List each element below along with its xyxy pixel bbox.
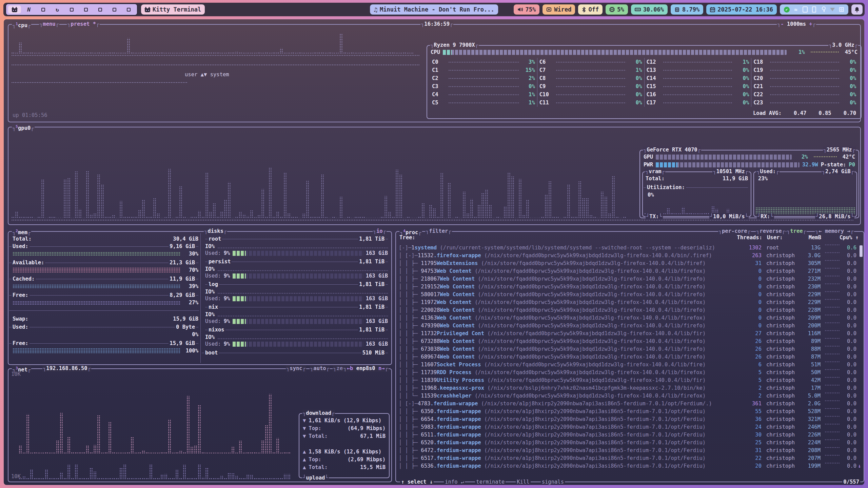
proc-scrollbar[interactable]: [860, 245, 863, 257]
swap-free-row: Free:15,9 GiB: [9, 340, 198, 347]
media-player-pill[interactable]: ♫ Minuit Machine - Don't Run Fro...: [370, 4, 498, 15]
core-row: C90%: [539, 82, 642, 90]
process-row[interactable]: │ │ ├─ 11968.keepassxc-prox (/nix/store/…: [398, 384, 859, 392]
process-row[interactable]: │ │ ├─ 6472.ferdium-wrappe (/nix/store/a…: [398, 447, 859, 454]
process-row[interactable]: │ │ ├─ 11607Socket Process (/nix/store/f…: [398, 361, 859, 369]
process-row[interactable]: │ │ ├─ 11795WebExtensions (/nix/store/fq…: [398, 260, 859, 267]
uptime-label: up 01:05:56: [13, 112, 47, 118]
workspace-button[interactable]: [94, 5, 106, 14]
proc-tree-toggle[interactable]: tree: [786, 228, 807, 235]
process-row[interactable]: │ │ ├─ 94753Web Content (/nix/store/fqad…: [398, 267, 859, 275]
proc-sort-selector[interactable]: ← memory →: [815, 228, 854, 235]
process-row[interactable]: │ │ ├─ 673038Web Content (/nix/store/fqa…: [398, 345, 859, 353]
select-control[interactable]: ↑ select ↓: [400, 479, 434, 485]
disks-io-toggle[interactable]: io: [373, 228, 387, 235]
tray-icon[interactable]: [839, 6, 845, 13]
process-row[interactable]: │ │ ├─ 6536.ferdium-wrappe (/nix/store/a…: [398, 462, 859, 470]
process-row[interactable]: │ │ ├─ 479390Web Content (/nix/store/fqa…: [398, 322, 859, 330]
download-top-row: ▼Top:(64,9 Mibps): [303, 424, 386, 432]
process-row[interactable]: [-]─1systemd (/run/current-system/system…: [398, 244, 859, 252]
workspace-button[interactable]: [108, 5, 121, 14]
process-row[interactable]: │ │ ├─ 11732Privileged Cont (/nix/store/…: [398, 330, 859, 338]
proc-reverse-toggle[interactable]: reverse: [756, 228, 786, 235]
process-row[interactable]: │ [-]─4783.ferdium-wrappe (/nix/store/a1…: [398, 400, 859, 408]
tray-icon[interactable]: [802, 6, 808, 13]
swap-divider: [9, 310, 199, 311]
workspace-button[interactable]: [8, 5, 21, 14]
cpu-usage-pill[interactable]: 5%: [606, 4, 628, 15]
bluetooth-pill[interactable]: Off: [578, 4, 603, 15]
cpu-preset-button[interactable]: preset *: [67, 21, 100, 27]
core-row: C130%: [647, 66, 749, 74]
process-row[interactable]: │ │ ├─ 219152Web Content (/nix/store/fqa…: [398, 283, 859, 291]
process-row[interactable]: │ │ ├─ 580017Web Content (/nix/store/fqa…: [398, 291, 859, 299]
rx-value: 26,8 MiB/s: [815, 213, 854, 220]
system-tray[interactable]: [780, 4, 848, 15]
proc-column-headers[interactable]: Tree: Threads: User: MemB Cpu% ↑: [399, 235, 861, 242]
terminate-control[interactable]: terminate: [475, 479, 506, 485]
proc-position: 0/557: [842, 479, 860, 485]
process-row[interactable]: │ │ ├─ 6517.ferdium-wrappe (/nix/store/a…: [398, 454, 859, 462]
proc-filter-button[interactable]: filter: [425, 228, 452, 235]
volume-pill[interactable]: 75%: [514, 4, 540, 15]
clock-pill[interactable]: 2025-07-22 16:36: [706, 4, 777, 15]
process-row[interactable]: │ │ └─ 11539crashhelper (/nix/store/fqad…: [398, 392, 859, 400]
core-row: C22%: [432, 74, 535, 82]
info-control[interactable]: info ↵: [444, 479, 465, 485]
gpu-history-graph: [11, 136, 637, 218]
net-iface-switcher[interactable]: ←b enp8s0 n→: [343, 365, 389, 372]
cpu-box-title: 1cpu: [12, 21, 31, 27]
process-row[interactable]: │ │ ├─ 11839Utility Process (/nix/store/…: [398, 377, 859, 384]
window-title-button[interactable]: Kitty Terminal: [141, 4, 205, 15]
process-row[interactable]: │ │ ├─ 6511.ferdium-wrappe (/nix/store/a…: [398, 431, 859, 439]
process-row[interactable]: │ │ ├─ 11739RDD Process (/nix/store/fqad…: [398, 369, 859, 377]
signals-control[interactable]: signals: [541, 479, 565, 485]
tray-icon[interactable]: [820, 6, 826, 13]
vram-used-title: Used:: [756, 168, 780, 175]
cpu-graph-baseline3: [11, 82, 188, 83]
cpu-box: 1cpu menu preset * 16:36:59 - 1000ms + u…: [8, 24, 861, 122]
cpu-menu-button[interactable]: menu: [39, 21, 59, 27]
process-row[interactable]: │ │ ├─ 673288Web Content (/nix/store/fqa…: [398, 338, 859, 345]
kill-control[interactable]: Kill: [516, 479, 530, 485]
process-row[interactable]: │ │ ├─ 41363Web Content (/nix/store/fqad…: [398, 314, 859, 322]
mem-available-row: Available:21,3 GiB: [9, 259, 198, 266]
process-row[interactable]: │ │ ├─ 6654.ferdium-wrappe (/nix/store/a…: [398, 415, 859, 423]
workspace-icon: [98, 8, 102, 12]
workspace-button[interactable]: [122, 5, 135, 14]
mem-available-meter: 70%: [13, 267, 198, 273]
net-sync-toggle[interactable]: sync: [286, 365, 306, 372]
interval-control[interactable]: - 1000ms +: [777, 21, 816, 27]
workspace-switcher[interactable]: [5, 3, 138, 16]
swap-used-meter: 0%: [13, 331, 198, 338]
proc-box: 4proc filter per-core reverse tree ← mem…: [395, 231, 864, 482]
proc-footer: ↑ select ↓ info ↵ terminate Kill signals: [400, 479, 565, 485]
workspace-button[interactable]: [37, 5, 50, 14]
memory-usage-pill[interactable]: 30.06%: [631, 4, 668, 15]
process-row[interactable]: │ │ ├─ 218067Web Content (/nix/store/fqa…: [398, 275, 859, 283]
vram-used-pct: 23%: [758, 175, 768, 182]
process-row[interactable]: │ │ ├─ 689674Web Content (/nix/store/fqa…: [398, 353, 859, 361]
net-auto-toggle[interactable]: auto: [310, 365, 330, 372]
workspace-button[interactable]: [79, 5, 92, 14]
process-row[interactable]: │ │ ├─ 220028Web Content (/nix/store/fqa…: [398, 306, 859, 314]
tray-icon[interactable]: [811, 6, 817, 13]
tray-icon[interactable]: [829, 6, 835, 13]
notification-pill[interactable]: [851, 4, 863, 15]
net-ip: 192.168.86.50: [42, 365, 91, 372]
window-title: Kitty Terminal: [153, 6, 201, 13]
network-pill[interactable]: Wired: [542, 4, 575, 15]
proc-per-core-toggle[interactable]: per-core: [718, 228, 751, 235]
workspace-button[interactable]: [22, 5, 35, 14]
gpu-usage-pill[interactable]: 8.79%: [671, 4, 703, 15]
mem-cached-row: Cached:11,9 GiB: [9, 275, 198, 283]
process-row[interactable]: │ [-]─11532.firefox-wrappe (/nix/store/f…: [398, 252, 859, 260]
workspace-button[interactable]: [51, 5, 64, 14]
process-row[interactable]: │ │ ├─ 11972Web Content (/nix/store/fqad…: [398, 299, 859, 306]
tray-icon[interactable]: [793, 6, 799, 13]
workspace-button[interactable]: [65, 5, 78, 14]
tray-icon[interactable]: [784, 6, 790, 13]
process-row[interactable]: │ │ ├─ 6350.ferdium-wrappe (/nix/store/a…: [398, 408, 859, 415]
process-row[interactable]: │ │ ├─ 5983.ferdium-wrappe (/nix/store/a…: [398, 423, 859, 431]
process-row[interactable]: │ │ ├─ 6520.ferdium-wrappe (/nix/store/a…: [398, 439, 859, 447]
